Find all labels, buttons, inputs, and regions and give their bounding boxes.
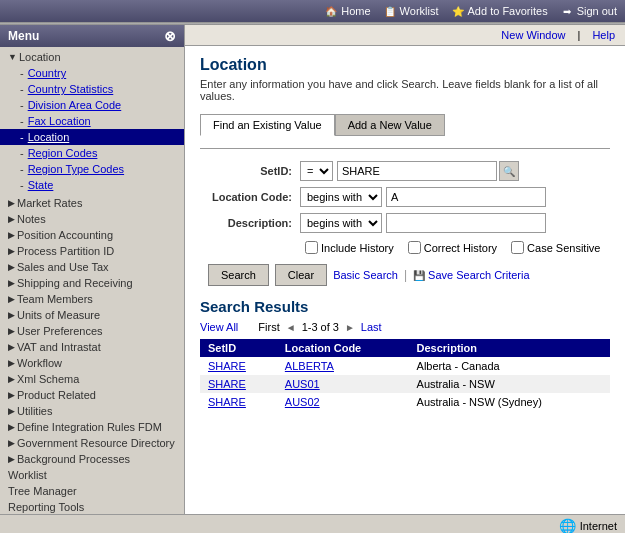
define-integration-expand-icon: ▶ xyxy=(8,422,15,432)
signout-link[interactable]: ➡ Sign out xyxy=(560,4,617,18)
content-top-bar: New Window | Help xyxy=(185,25,625,46)
view-all-link[interactable]: View All xyxy=(200,321,238,333)
sales-use-tax-expand-icon: ▶ xyxy=(8,262,15,272)
description-label: Description: xyxy=(200,217,300,229)
sidebar-item-background-processes[interactable]: ▶ Background Processes xyxy=(0,451,184,467)
sidebar-item-tree-manager[interactable]: Tree Manager xyxy=(0,483,184,499)
shipping-receiving-expand-icon: ▶ xyxy=(8,278,15,288)
sidebar-header: Menu ⊗ xyxy=(0,25,184,47)
description-input[interactable] xyxy=(386,213,546,233)
results-title: Search Results xyxy=(200,298,610,315)
sidebar-item-shipping-receiving[interactable]: ▶ Shipping and Receiving xyxy=(0,275,184,291)
sidebar-item-region-codes[interactable]: - Region Codes xyxy=(0,145,184,161)
save-criteria-link[interactable]: 💾 Save Search Criteria xyxy=(413,269,530,281)
sidebar-item-process-partition[interactable]: ▶ Process Partition ID xyxy=(0,243,184,259)
tab-find-existing[interactable]: Find an Existing Value xyxy=(200,114,335,136)
sidebar-item-xml-schema[interactable]: ▶ Xml Schema xyxy=(0,371,184,387)
include-history-checkbox[interactable] xyxy=(305,241,318,254)
clear-button[interactable]: Clear xyxy=(275,264,327,286)
sidebar-item-reporting-tools[interactable]: Reporting Tools xyxy=(0,499,184,514)
home-link[interactable]: 🏠 Home xyxy=(324,4,370,18)
sidebar-item-market-rates[interactable]: ▶ Market Rates xyxy=(0,195,184,211)
product-related-expand-icon: ▶ xyxy=(8,390,15,400)
location-code-label: Location Code: xyxy=(200,191,300,203)
main-container: Menu ⊗ ▼ Location - Country - Country St… xyxy=(0,25,625,514)
internet-icon: 🌐 xyxy=(559,518,576,534)
case-sensitive-item: Case Sensitive xyxy=(511,241,600,254)
table-row: SHAREAUS02Australia - NSW (Sydney) xyxy=(200,393,610,411)
sidebar-item-govt-resource[interactable]: ▶ Government Resource Directory xyxy=(0,435,184,451)
sidebar-item-position-accounting[interactable]: ▶ Position Accounting xyxy=(0,227,184,243)
sidebar-item-utilities[interactable]: ▶ Utilities xyxy=(0,403,184,419)
table-row: SHAREALBERTAAlberta - Canada xyxy=(200,357,610,375)
setid-row: SetID: = 🔍 xyxy=(200,161,610,181)
sidebar: Menu ⊗ ▼ Location - Country - Country St… xyxy=(0,25,185,514)
top-bar: 🏠 Home 📋 Worklist ⭐ Add to Favorites ➡ S… xyxy=(0,0,625,22)
new-window-link[interactable]: New Window xyxy=(501,29,565,41)
sidebar-item-fax-location[interactable]: - Fax Location xyxy=(0,113,184,129)
sidebar-item-user-preferences[interactable]: ▶ User Preferences xyxy=(0,323,184,339)
location-operator-select[interactable]: begins with = contains xyxy=(300,187,382,207)
sidebar-item-country-statistics[interactable]: - Country Statistics xyxy=(0,81,184,97)
basic-search-link[interactable]: Basic Search xyxy=(333,269,398,281)
sidebar-item-team-members[interactable]: ▶ Team Members xyxy=(0,291,184,307)
worklist-link[interactable]: 📋 Worklist xyxy=(383,4,439,18)
content-area: New Window | Help Location Enter any inf… xyxy=(185,25,625,514)
setid-operator-select[interactable]: = xyxy=(300,161,333,181)
setid-link[interactable]: SHARE xyxy=(208,396,246,408)
location-code-row: Location Code: begins with = contains xyxy=(200,187,610,207)
sidebar-item-product-related[interactable]: ▶ Product Related xyxy=(0,387,184,403)
sidebar-item-state[interactable]: - State xyxy=(0,177,184,193)
location-code-input[interactable] xyxy=(386,187,546,207)
sidebar-item-country[interactable]: - Country xyxy=(0,65,184,81)
help-link[interactable]: Help xyxy=(592,29,615,41)
button-row: Search Clear Basic Search | 💾 Save Searc… xyxy=(200,264,610,286)
sidebar-close-icon[interactable]: ⊗ xyxy=(164,28,176,44)
favorites-link[interactable]: ⭐ Add to Favorites xyxy=(451,4,548,18)
cell-location-code: AUS02 xyxy=(277,393,409,411)
setid-link[interactable]: SHARE xyxy=(208,360,246,372)
govt-resource-expand-icon: ▶ xyxy=(8,438,15,448)
cell-description: Australia - NSW xyxy=(409,375,610,393)
col-setid: SetID xyxy=(200,339,277,357)
sidebar-item-location-group[interactable]: ▼ Location xyxy=(0,49,184,65)
search-button[interactable]: Search xyxy=(208,264,269,286)
correct-history-checkbox[interactable] xyxy=(408,241,421,254)
results-nav: View All First ◄ 1-3 of 3 ► Last xyxy=(200,321,610,333)
sidebar-item-units-of-measure[interactable]: ▶ Units of Measure xyxy=(0,307,184,323)
setid-label: SetID: xyxy=(200,165,300,177)
sidebar-item-sales-use-tax[interactable]: ▶ Sales and Use Tax xyxy=(0,259,184,275)
location-code-link[interactable]: ALBERTA xyxy=(285,360,334,372)
col-location-code: Location Code xyxy=(277,339,409,357)
results-range: 1-3 of 3 xyxy=(302,321,339,333)
sidebar-item-define-integration[interactable]: ▶ Define Integration Rules FDM xyxy=(0,419,184,435)
sidebar-item-worklist[interactable]: Worklist xyxy=(0,467,184,483)
sidebar-item-region-type-codes[interactable]: - Region Type Codes xyxy=(0,161,184,177)
sidebar-item-location[interactable]: - Location xyxy=(0,129,184,145)
sidebar-scroll[interactable]: ▼ Location - Country - Country Statistic… xyxy=(0,47,184,514)
search-results-section: Search Results View All First ◄ 1-3 of 3… xyxy=(200,298,610,411)
location-code-link[interactable]: AUS01 xyxy=(285,378,320,390)
tab-add-new[interactable]: Add a New Value xyxy=(335,114,445,136)
setid-link[interactable]: SHARE xyxy=(208,378,246,390)
sidebar-item-vat-intrastat[interactable]: ▶ VAT and Intrastat xyxy=(0,339,184,355)
sidebar-item-division-area-code[interactable]: - Division Area Code xyxy=(0,97,184,113)
position-accounting-expand-icon: ▶ xyxy=(8,230,15,240)
sidebar-item-notes[interactable]: ▶ Notes xyxy=(0,211,184,227)
cell-description: Alberta - Canada xyxy=(409,357,610,375)
next-arrow[interactable]: ► xyxy=(345,322,355,333)
prev-arrow[interactable]: ◄ xyxy=(286,322,296,333)
menu-section-location: ▼ Location - Country - Country Statistic… xyxy=(0,47,184,195)
checkboxes-row: Include History Correct History Case Sen… xyxy=(200,241,610,254)
sidebar-item-workflow[interactable]: ▶ Workflow xyxy=(0,355,184,371)
setid-input[interactable] xyxy=(337,161,497,181)
description-operator-select[interactable]: begins with = contains xyxy=(300,213,382,233)
content-body: Location Enter any information you have … xyxy=(185,46,625,421)
save-icon: 💾 xyxy=(413,270,425,281)
case-sensitive-checkbox[interactable] xyxy=(511,241,524,254)
notes-expand-icon: ▶ xyxy=(8,214,15,224)
last-link[interactable]: Last xyxy=(361,321,382,333)
location-code-link[interactable]: AUS02 xyxy=(285,396,320,408)
setid-lookup-button[interactable]: 🔍 xyxy=(499,161,519,181)
correct-history-item: Correct History xyxy=(408,241,497,254)
